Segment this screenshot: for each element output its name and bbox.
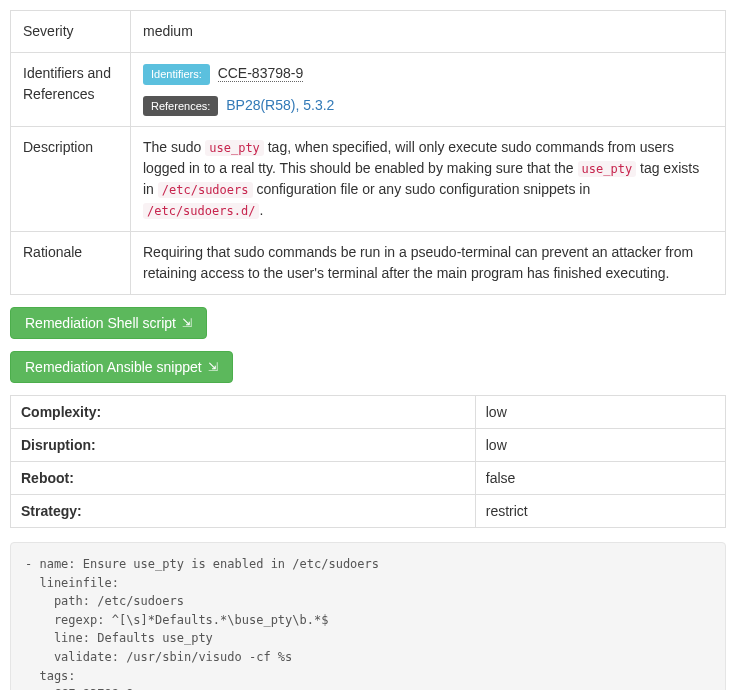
references-link[interactable]: BP28(R58), 5.3.2 — [226, 97, 334, 113]
properties-table: Complexity: low Disruption: low Reboot: … — [10, 395, 726, 528]
severity-label: Severity — [11, 11, 131, 53]
description-cell: The sudo use_pty tag, when specified, wi… — [131, 127, 726, 232]
info-table: Severity medium Identifiers and Referenc… — [10, 10, 726, 295]
reboot-row: Reboot: false — [11, 462, 726, 495]
disruption-value: low — [475, 429, 725, 462]
description-row: Description The sudo use_pty tag, when s… — [11, 127, 726, 232]
rationale-row: Rationale Requiring that sudo commands b… — [11, 232, 726, 295]
reboot-label: Reboot: — [11, 462, 476, 495]
references-badge: References: — [143, 96, 218, 117]
desc-code-1: use_pty — [205, 140, 264, 156]
desc-code-4: /etc/sudoers.d/ — [143, 203, 259, 219]
severity-value: medium — [131, 11, 726, 53]
rationale-label: Rationale — [11, 232, 131, 295]
expand-icon: ⇲ — [208, 361, 218, 373]
remediation-shell-label: Remediation Shell script — [25, 315, 176, 331]
complexity-row: Complexity: low — [11, 396, 726, 429]
identifiers-label: Identifiers and References — [11, 53, 131, 127]
strategy-label: Strategy: — [11, 495, 476, 528]
desc-text-1: The sudo — [143, 139, 205, 155]
identifier-link[interactable]: CCE-83798-9 — [218, 65, 304, 82]
complexity-label: Complexity: — [11, 396, 476, 429]
disruption-row: Disruption: low — [11, 429, 726, 462]
desc-text-5: . — [259, 202, 263, 218]
ansible-code-block: - name: Ensure use_pty is enabled in /et… — [10, 542, 726, 690]
identifiers-cell: Identifiers: CCE-83798-9 References: BP2… — [131, 53, 726, 127]
identifiers-badge: Identifiers: — [143, 64, 210, 85]
complexity-value: low — [475, 396, 725, 429]
remediation-shell-button[interactable]: Remediation Shell script ⇲ — [10, 307, 207, 339]
remediation-ansible-label: Remediation Ansible snippet — [25, 359, 202, 375]
disruption-label: Disruption: — [11, 429, 476, 462]
description-label: Description — [11, 127, 131, 232]
desc-code-2: use_pty — [578, 161, 637, 177]
strategy-row: Strategy: restrict — [11, 495, 726, 528]
severity-row: Severity medium — [11, 11, 726, 53]
strategy-value: restrict — [475, 495, 725, 528]
reboot-value: false — [475, 462, 725, 495]
desc-text-4: configuration file or any sudo configura… — [253, 181, 591, 197]
identifiers-row: Identifiers and References Identifiers: … — [11, 53, 726, 127]
desc-code-3: /etc/sudoers — [158, 182, 253, 198]
rationale-value: Requiring that sudo commands be run in a… — [131, 232, 726, 295]
remediation-ansible-button[interactable]: Remediation Ansible snippet ⇲ — [10, 351, 233, 383]
expand-icon: ⇲ — [182, 317, 192, 329]
